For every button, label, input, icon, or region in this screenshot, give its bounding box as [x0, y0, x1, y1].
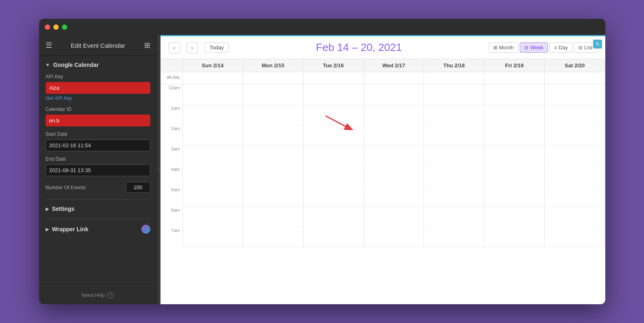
close-button[interactable] [45, 24, 50, 30]
cell-1am-thu[interactable] [424, 105, 484, 125]
cell-4am-thu[interactable] [424, 166, 484, 186]
cell-12am-mon[interactable] [243, 84, 303, 105]
all-day-mon[interactable] [243, 72, 303, 84]
cell-4am-tue[interactable] [303, 166, 364, 186]
cell-4am-sat[interactable] [545, 166, 605, 186]
time-gutter [160, 59, 183, 72]
cell-6am-thu[interactable] [424, 207, 484, 227]
cell-12am-thu[interactable] [424, 84, 484, 105]
cell-5am-tue[interactable] [303, 186, 364, 207]
prev-button[interactable]: ‹ [169, 42, 180, 53]
cell-1am-tue[interactable] [303, 105, 364, 125]
cell-7am-tue[interactable] [303, 227, 364, 248]
all-day-row: all-day [160, 72, 605, 84]
expand-button[interactable]: ✎ [593, 40, 602, 49]
cell-7am-mon[interactable] [243, 227, 303, 248]
cell-3am-sat[interactable] [545, 146, 605, 166]
cell-12am-fri[interactable] [484, 84, 545, 105]
calendar-toolbar: ‹ › Today Feb 14 – 20, 2021 ⊞ Month ⊟ We… [160, 36, 605, 59]
cell-5am-thu[interactable] [424, 186, 484, 207]
titlebar [39, 19, 605, 35]
cell-2am-sun[interactable] [183, 125, 243, 146]
cell-2am-wed[interactable] [364, 125, 424, 146]
day-header-sat: Sat 2/20 [545, 59, 605, 72]
help-icon[interactable]: ? [107, 292, 114, 299]
day-grid-icon: ≡ [554, 45, 557, 51]
time-row-6am: 6am [160, 207, 605, 227]
cell-7am-sat[interactable] [545, 227, 605, 248]
cell-7am-sun[interactable] [183, 227, 243, 248]
cell-3am-mon[interactable] [243, 146, 303, 166]
view-day-button[interactable]: ≡ Day [549, 42, 572, 53]
view-week-button[interactable]: ⊟ Week [520, 42, 548, 53]
cell-4am-sun[interactable] [183, 166, 243, 186]
google-calendar-section-header[interactable]: ▼ Google Calendar [46, 62, 150, 68]
today-button[interactable]: Today [204, 42, 229, 53]
cell-12am-wed[interactable] [364, 84, 424, 105]
cell-12am-sat[interactable] [545, 84, 605, 105]
cell-6am-fri[interactable] [484, 207, 545, 227]
minimize-button[interactable] [53, 24, 59, 30]
all-day-sun[interactable] [183, 72, 243, 84]
cell-5am-sat[interactable] [545, 186, 605, 207]
start-date-input[interactable] [46, 139, 150, 151]
cell-6am-sun[interactable] [183, 207, 243, 227]
cell-4am-mon[interactable] [243, 166, 303, 186]
num-events-input[interactable] [126, 182, 150, 193]
day-header-thu: Thu 2/18 [424, 59, 484, 72]
all-day-tue[interactable] [303, 72, 364, 84]
cell-2am-fri[interactable] [484, 125, 545, 146]
cell-3am-fri[interactable] [484, 146, 545, 166]
cell-6am-sat[interactable] [545, 207, 605, 227]
resize-handle[interactable]: ‹ [157, 35, 160, 304]
cell-1am-sun[interactable] [183, 105, 243, 125]
cell-4am-fri[interactable] [484, 166, 545, 186]
cell-3am-thu[interactable] [424, 146, 484, 166]
cell-7am-wed[interactable] [364, 227, 424, 248]
cell-5am-mon[interactable] [243, 186, 303, 207]
settings-label: Settings [52, 206, 75, 212]
cell-2am-thu[interactable] [424, 125, 484, 146]
hamburger-icon[interactable]: ☰ [46, 41, 52, 50]
end-date-label: End Date [46, 156, 150, 162]
cell-7am-fri[interactable] [484, 227, 545, 248]
cell-12am-sun[interactable] [183, 84, 243, 105]
cell-1am-wed[interactable] [364, 105, 424, 125]
all-day-sat[interactable] [545, 72, 605, 84]
cell-2am-sat[interactable] [545, 125, 605, 146]
cell-2am-tue[interactable] [303, 125, 364, 146]
settings-section-header[interactable]: ▶ Settings [46, 206, 150, 212]
grid-icon[interactable]: ⊞ [144, 41, 150, 50]
calendar-grid: Sun 2/14 Mon 2/15 Tue 2/16 Wed 2/17 Thu … [160, 59, 605, 304]
all-day-thu[interactable] [424, 72, 484, 84]
cell-4am-wed[interactable] [364, 166, 424, 186]
cell-5am-sun[interactable] [183, 186, 243, 207]
view-month-button[interactable]: ⊞ Month [489, 42, 518, 53]
calendar-id-input[interactable] [46, 115, 150, 126]
cell-5am-fri[interactable] [484, 186, 545, 207]
cell-1am-mon[interactable] [243, 105, 303, 125]
maximize-button[interactable] [62, 24, 67, 30]
api-key-input[interactable] [46, 82, 150, 94]
cell-2am-mon[interactable] [243, 125, 303, 146]
cell-6am-tue[interactable] [303, 207, 364, 227]
cell-12am-tue[interactable] [303, 84, 364, 105]
end-date-input[interactable] [46, 164, 150, 176]
get-api-key-link[interactable]: Get API Key [46, 95, 73, 101]
cell-3am-sun[interactable] [183, 146, 243, 166]
cell-1am-sat[interactable] [545, 105, 605, 125]
cell-6am-wed[interactable] [364, 207, 424, 227]
all-day-wed[interactable] [364, 72, 424, 84]
end-date-field: End Date [46, 156, 150, 176]
cell-5am-wed[interactable] [364, 186, 424, 207]
cell-6am-mon[interactable] [243, 207, 303, 227]
week-label: Week [530, 44, 543, 51]
next-button[interactable]: › [187, 42, 198, 53]
all-day-fri[interactable] [484, 72, 545, 84]
cell-1am-fri[interactable] [484, 105, 545, 125]
time-label-3am: 3am [160, 146, 183, 166]
cell-7am-thu[interactable] [424, 227, 484, 248]
wrapper-link-section: ▶ Wrapper Link [46, 219, 150, 234]
cell-3am-wed[interactable] [364, 146, 424, 166]
cell-3am-tue[interactable] [303, 146, 364, 166]
